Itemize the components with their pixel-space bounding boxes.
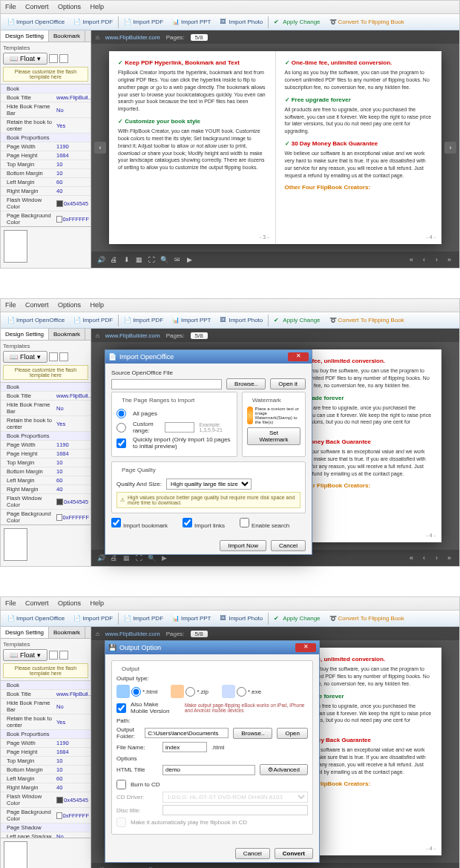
apply-change-button[interactable]: ✔Apply Change (270, 315, 323, 326)
property-row[interactable]: Hide Book Frame BarNo (1, 401, 91, 416)
close-icon[interactable]: ✕ (295, 643, 316, 652)
last-page-icon[interactable]: » (445, 256, 453, 264)
property-value[interactable]: 10 (56, 766, 89, 773)
thumbnails-icon[interactable]: ▦ (122, 554, 131, 562)
browse-button[interactable]: Browse.. (226, 378, 266, 389)
property-row[interactable]: Page Height1684 (1, 748, 91, 757)
property-value[interactable]: 0x454545 (56, 499, 89, 505)
property-value[interactable]: Yes (56, 122, 89, 129)
template-float-button[interactable]: 📖Float▾ (3, 53, 47, 65)
property-value[interactable]: No (56, 107, 89, 114)
property-value[interactable]: www.FlipBuil... (56, 392, 89, 399)
burn-cd-checkbox[interactable] (116, 780, 126, 789)
convert-button[interactable]: Convert (275, 848, 313, 859)
page-counter[interactable]: 5/8 (191, 34, 208, 41)
open-button[interactable]: Open it (270, 378, 306, 389)
property-row[interactable]: Top Margin10 (1, 458, 91, 467)
property-row[interactable]: Left Margin60 (1, 476, 91, 485)
property-value[interactable]: www.FlipBuil... (56, 691, 89, 697)
convert-book-button[interactable]: ➰Convert To Flipping Book (326, 16, 408, 28)
import-pdf-button[interactable]: 📄Import PDF (70, 315, 116, 326)
sound-icon[interactable]: 🔊 (97, 554, 105, 562)
menu-options[interactable]: Options (58, 301, 81, 309)
property-row[interactable]: Top Margin10 (1, 160, 91, 169)
output-folder-input[interactable] (145, 728, 229, 738)
property-value[interactable]: www.FlipBuil... (56, 94, 89, 101)
page-counter[interactable]: 5/8 (191, 332, 208, 339)
home-icon[interactable]: ⌂ (96, 631, 99, 637)
template-thumb-2[interactable] (59, 651, 68, 660)
property-row[interactable]: Book Proportions (1, 134, 91, 142)
property-value[interactable]: 1190 (56, 143, 89, 150)
template-thumb-1[interactable] (49, 54, 58, 63)
color-swatch[interactable] (56, 812, 62, 819)
fullscreen-icon[interactable]: ⛶ (135, 554, 143, 562)
color-swatch[interactable] (56, 499, 63, 505)
menu-file[interactable]: File (5, 301, 16, 309)
property-row[interactable]: Page Height1684 (1, 450, 91, 458)
html-title-input[interactable] (162, 765, 255, 775)
thumbnails-icon[interactable]: ▦ (135, 256, 143, 264)
custom-range-input[interactable] (165, 422, 194, 433)
convert-book-button[interactable]: ➰Convert To Flipping Book (326, 315, 408, 326)
property-value[interactable]: 1684 (56, 749, 89, 755)
menu-options[interactable]: Options (58, 3, 81, 10)
property-row[interactable]: Flash Window Color0x454545 (1, 196, 91, 211)
property-row[interactable]: Retain the book to centerYes (1, 416, 91, 432)
property-row[interactable]: Page Background Color0xFFFFFF (1, 211, 91, 226)
property-row[interactable]: Retain the book to centerYes (1, 118, 91, 134)
template-thumb-1[interactable] (49, 352, 58, 361)
color-swatch[interactable] (56, 797, 63, 803)
import-pdf-button[interactable]: 📄Import PDF (70, 16, 116, 28)
property-row[interactable]: Bottom Margin10 (1, 467, 91, 476)
advanced-button[interactable]: ⚙Advanced (260, 764, 308, 775)
tab-bookmark[interactable]: Bookmark (49, 329, 85, 340)
property-grid[interactable]: BookBook Titlewww.FlipBuil...Hide Book F… (1, 85, 91, 226)
open-button[interactable]: Open (277, 728, 308, 739)
output-exe-radio[interactable] (237, 687, 246, 697)
tab-bookmark[interactable]: Bookmark (49, 627, 85, 638)
property-row[interactable]: Flash Window Color0x454545 (1, 494, 91, 510)
share-icon[interactable]: ✉ (173, 256, 181, 264)
property-value[interactable]: 1190 (56, 740, 89, 746)
download-icon[interactable]: ⬇ (122, 256, 131, 264)
next-page-button[interactable]: › (444, 142, 456, 154)
property-row[interactable]: Right Margin40 (1, 187, 91, 196)
property-row[interactable]: Top Margin10 (1, 757, 91, 766)
color-swatch[interactable] (56, 216, 62, 223)
page-counter[interactable]: 5/8 (191, 631, 208, 637)
preview-thumb[interactable] (4, 230, 27, 263)
property-grid[interactable]: BookBook Titlewww.FlipBuil...Hide Book F… (1, 383, 91, 525)
menu-convert[interactable]: Convert (25, 599, 49, 607)
property-row[interactable]: Bottom Margin10 (1, 766, 91, 775)
print-icon[interactable]: 🖨 (110, 256, 118, 264)
property-value[interactable]: 0x454545 (56, 200, 89, 207)
property-value[interactable]: 10 (56, 170, 89, 177)
cancel-button[interactable]: Cancel (235, 848, 270, 859)
preview-thumb[interactable] (4, 841, 27, 868)
import-links-checkbox[interactable] (183, 518, 192, 527)
property-value[interactable]: 0xFFFFFF (56, 216, 89, 223)
book-page-left[interactable]: ✓ Keep PDF Hyperlink, Bookmark and Text … (109, 51, 276, 244)
menu-convert[interactable]: Convert (25, 301, 49, 309)
apply-change-button[interactable]: ✔Apply Change (270, 16, 323, 28)
import-ppt-button[interactable]: 📊Import PPT (168, 613, 214, 625)
property-value[interactable]: 0x454545 (56, 797, 89, 803)
property-value[interactable]: 10 (56, 161, 89, 168)
template-float-button[interactable]: 📖Float▾ (3, 351, 47, 363)
template-thumb-2[interactable] (59, 352, 68, 361)
set-watermark-button[interactable]: Set Watermark (247, 427, 300, 445)
property-value[interactable]: 1684 (56, 152, 89, 159)
quick-import-checkbox[interactable] (116, 438, 126, 448)
menu-help[interactable]: Help (91, 599, 105, 607)
import-openoffice-button[interactable]: 📄Import OpenOffice (4, 613, 68, 625)
import-bookmark-checkbox[interactable] (111, 518, 121, 527)
menu-options[interactable]: Options (58, 599, 81, 607)
all-pages-radio[interactable] (116, 409, 126, 418)
menu-convert[interactable]: Convert (25, 3, 49, 10)
property-value[interactable]: No (56, 703, 89, 710)
property-row[interactable]: Book (1, 85, 91, 93)
autoplay-icon[interactable]: ▶ (185, 256, 194, 264)
property-value[interactable]: 0xFFFFFF (56, 812, 89, 819)
tab-design-setting[interactable]: Design Setting (1, 329, 49, 340)
